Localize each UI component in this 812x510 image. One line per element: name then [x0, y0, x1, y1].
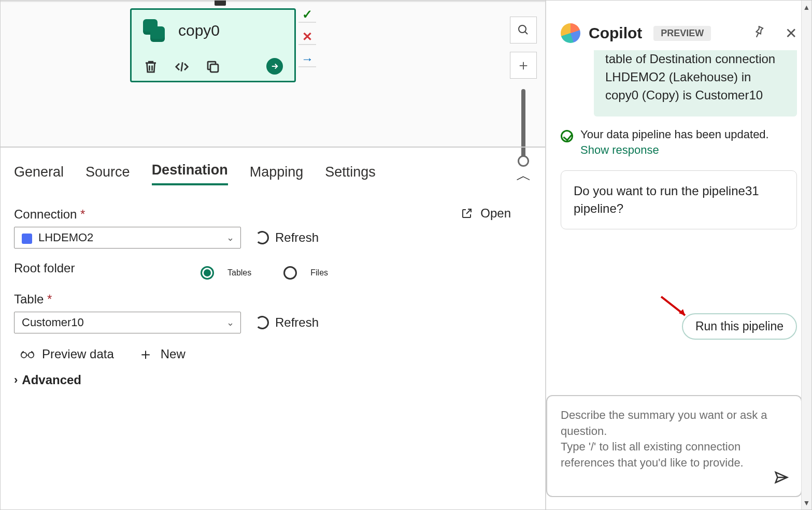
chevron-down-icon: ⌄	[226, 232, 234, 243]
preview-badge: PREVIEW	[653, 26, 711, 41]
send-icon[interactable]	[772, 468, 791, 487]
pipeline-updated-status: Your data pipeline has been updated.	[580, 128, 769, 141]
preview-data-link[interactable]: Preview data	[20, 347, 114, 361]
lakehouse-icon	[22, 234, 32, 244]
open-external-icon	[461, 207, 473, 220]
root-folder-files-label: Files	[310, 268, 328, 278]
table-select[interactable]: Customer10 ⌄	[14, 312, 241, 333]
copilot-title: Copilot	[589, 24, 642, 42]
open-connection-link[interactable]: Open	[461, 206, 511, 221]
activity-title: copy0	[178, 22, 220, 39]
tab-settings[interactable]: Settings	[325, 164, 376, 185]
tab-general[interactable]: General	[14, 164, 64, 185]
run-activity-icon[interactable]	[266, 58, 283, 75]
show-response-link[interactable]: Show response	[580, 143, 769, 157]
root-folder-files-radio[interactable]	[283, 266, 297, 280]
property-tabs: General Source Destination Mapping Setti…	[14, 148, 532, 195]
chevron-right-icon: ›	[14, 373, 18, 387]
copy-icon[interactable]	[205, 59, 221, 75]
copilot-question-card: Do you want to run the pipeline31 pipeli…	[561, 170, 797, 229]
scroll-down-icon[interactable]: ▼	[802, 497, 811, 508]
delete-icon[interactable]	[143, 59, 159, 75]
database-icon	[143, 19, 166, 42]
scroll-up-icon[interactable]: ▲	[802, 2, 811, 13]
status-fail-icon[interactable]: ✕	[298, 30, 316, 45]
status-skip-icon[interactable]: →	[298, 52, 316, 67]
status-success-icon[interactable]: ✓	[298, 7, 316, 23]
copilot-response-block: table of Destination connection LHDEMO2 …	[594, 50, 797, 116]
refresh-icon	[255, 231, 269, 244]
advanced-toggle[interactable]: › Advanced	[14, 373, 532, 387]
run-pipeline-button[interactable]: Run this pipeline	[682, 313, 797, 340]
new-table-link[interactable]: ＋ New	[138, 347, 186, 361]
connection-label: Connection *	[14, 207, 532, 222]
root-folder-tables-radio[interactable]	[201, 266, 214, 280]
activity-status-rail: ✓ ✕ →	[298, 7, 316, 67]
table-label: Table *	[14, 292, 532, 307]
code-icon[interactable]	[174, 59, 190, 75]
root-folder-tables-label: Tables	[227, 268, 251, 278]
close-icon[interactable]: ✕	[785, 25, 797, 42]
plus-icon: ＋	[138, 349, 153, 359]
success-check-icon	[561, 130, 573, 142]
tab-mapping[interactable]: Mapping	[250, 164, 304, 185]
tab-source[interactable]: Source	[86, 164, 130, 185]
search-icon[interactable]	[510, 17, 537, 43]
add-activity-button[interactable]: ＋	[510, 52, 537, 79]
copy-activity-card[interactable]: copy0	[130, 8, 296, 82]
svg-point-1	[519, 25, 526, 33]
copilot-logo-icon	[561, 23, 580, 43]
chevron-down-icon: ⌄	[226, 317, 234, 328]
window-scrollbar[interactable]: ▲ ▼	[801, 1, 811, 509]
copilot-input[interactable]: Describe the summary you want or ask a q…	[546, 395, 802, 497]
connection-refresh-link[interactable]: Refresh	[255, 230, 319, 245]
svg-rect-0	[210, 64, 218, 72]
collapse-pane-icon[interactable]: ︿	[516, 165, 532, 186]
glasses-icon	[20, 348, 35, 360]
pin-icon[interactable]	[752, 25, 765, 42]
copilot-input-placeholder: Describe the summary you want or ask a q…	[561, 409, 767, 469]
pipeline-canvas[interactable]: copy0 ✓ ✕ → ＋	[1, 1, 545, 147]
tab-destination[interactable]: Destination	[152, 162, 228, 185]
refresh-icon	[255, 316, 269, 329]
table-refresh-link[interactable]: Refresh	[255, 315, 319, 330]
connection-select[interactable]: LHDEMO2 ⌄	[14, 227, 241, 249]
